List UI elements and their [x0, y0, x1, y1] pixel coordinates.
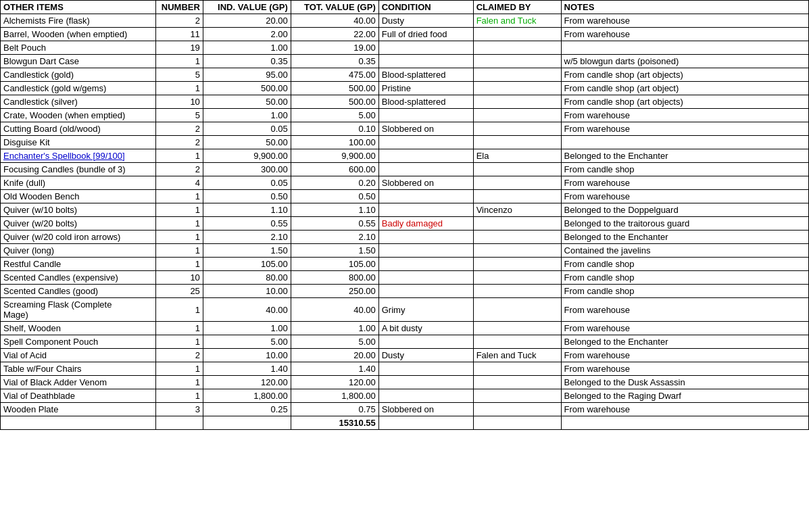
cell-item: Vial of Deathblade: [1, 389, 156, 403]
cell-claimed-by: [473, 335, 561, 349]
cell-number: 1: [155, 231, 203, 244]
cell-item: Crate, Wooden (when emptied): [1, 109, 156, 122]
cell-ind-value: 1.40: [203, 362, 291, 376]
table-row: Table w/Four Chairs11.401.40From warehou…: [1, 362, 809, 376]
table-row: Old Wooden Bench10.500.50From warehouse: [1, 190, 809, 203]
cell-notes: From warehouse: [561, 349, 808, 362]
cell-condition: Slobbered on: [378, 403, 473, 416]
cell-number: 1: [155, 82, 203, 95]
cell-ind-value: 1.50: [203, 244, 291, 258]
cell-ind-value: 20.00: [203, 14, 291, 28]
cell-notes: From warehouse: [561, 28, 808, 41]
cell-notes: From candle shop (art objects): [561, 95, 808, 109]
table-row: Vial of Black Adder Venom1120.00120.00Be…: [1, 376, 809, 389]
cell-item: Cutting Board (old/wood): [1, 122, 156, 136]
cell-item: Barrel, Wooden (when emptied): [1, 28, 156, 41]
table-row: Wooden Plate30.250.75Slobbered onFrom wa…: [1, 403, 809, 416]
cell-tot-value: 0.55: [291, 217, 378, 231]
cell-claimed-by: [473, 82, 561, 95]
grand-total: 15310.55: [291, 416, 378, 430]
table-row: Vial of Acid210.0020.00DustyFalen and Tu…: [1, 349, 809, 362]
table-row: Alchemists Fire (flask)220.0040.00DustyF…: [1, 14, 809, 28]
cell-notes: From warehouse: [561, 190, 808, 203]
header-claimed-by: CLAIMED BY: [473, 1, 561, 14]
cell-item: Old Wooden Bench: [1, 190, 156, 203]
cell-condition: [378, 389, 473, 403]
cell-claimed-by: [473, 122, 561, 136]
cell-notes: From candle shop: [561, 163, 808, 176]
cell-number: 1: [155, 376, 203, 389]
cell-item: Blowgun Dart Case: [1, 55, 156, 68]
table-row: Scented Candles (expensive)1080.00800.00…: [1, 271, 809, 285]
header-notes: NOTES: [561, 1, 808, 14]
table-row: Disguise Kit250.00100.00: [1, 136, 809, 149]
cell-claimed-by: [473, 176, 561, 190]
cell-claimed-by: Falen and Tuck: [473, 349, 561, 362]
cell-number: 2: [155, 122, 203, 136]
cell-claimed-by: [473, 298, 561, 322]
cell-claimed-by: Falen and Tuck: [473, 14, 561, 28]
cell-condition: [378, 271, 473, 285]
cell-condition: [378, 163, 473, 176]
cell-condition: [378, 109, 473, 122]
cell-condition: Dusty: [378, 349, 473, 362]
cell-tot-value: 600.00: [291, 163, 378, 176]
table-row: Candlestick (gold)595.00475.00Blood-spla…: [1, 68, 809, 82]
cell-item: Vial of Acid: [1, 349, 156, 362]
cell-notes: w/5 blowgun darts (poisoned): [561, 55, 808, 68]
cell-item: Screaming Flask (CompleteMage): [1, 298, 156, 322]
cell-item: Candlestick (gold): [1, 68, 156, 82]
cell-tot-value: 0.75: [291, 403, 378, 416]
cell-item: Focusing Candles (bundle of 3): [1, 163, 156, 176]
cell-claimed-by: [473, 403, 561, 416]
table-row: Spell Component Pouch15.005.00Belonged t…: [1, 335, 809, 349]
cell-ind-value: 9,900.00: [203, 149, 291, 163]
cell-notes: Belonged to the Enchanter: [561, 231, 808, 244]
cell-tot-value: 5.00: [291, 109, 378, 122]
cell-item: Quiver (w/20 cold iron arrows): [1, 231, 156, 244]
cell-condition: [378, 190, 473, 203]
cell-tot-value: 0.20: [291, 176, 378, 190]
cell-notes: Belonged to the Dusk Assassin: [561, 376, 808, 389]
cell-notes: Belonged to the traitorous guard: [561, 217, 808, 231]
cell-item: Spell Component Pouch: [1, 335, 156, 349]
table-row: Quiver (w/20 bolts)10.550.55Badly damage…: [1, 217, 809, 231]
table-row: Blowgun Dart Case10.350.35w/5 blowgun da…: [1, 55, 809, 68]
cell-claimed-by: [473, 217, 561, 231]
cell-number: 1: [155, 217, 203, 231]
cell-number: 25: [155, 285, 203, 298]
cell-condition: Grimy: [378, 298, 473, 322]
cell-condition: A bit dusty: [378, 322, 473, 335]
cell-notes: From warehouse: [561, 322, 808, 335]
cell-ind-value: 10.00: [203, 285, 291, 298]
cell-claimed-by: [473, 190, 561, 203]
header-item: OTHER ITEMS: [1, 1, 156, 14]
cell-condition: Dusty: [378, 14, 473, 28]
table-row: Vial of Deathblade11,800.001,800.00Belon…: [1, 389, 809, 403]
cell-item: Quiver (w/10 bolts): [1, 203, 156, 217]
header-tot-value: TOT. VALUE (GP): [291, 1, 378, 14]
cell-notes: From warehouse: [561, 298, 808, 322]
total-claimed-empty: [473, 416, 561, 430]
cell-claimed-by: Ela: [473, 149, 561, 163]
cell-condition: [378, 258, 473, 271]
cell-ind-value: 300.00: [203, 163, 291, 176]
cell-item: Scented Candles (good): [1, 285, 156, 298]
cell-tot-value: 1.10: [291, 203, 378, 217]
cell-tot-value: 120.00: [291, 376, 378, 389]
cell-tot-value: 22.00: [291, 28, 378, 41]
cell-item: Scented Candles (expensive): [1, 271, 156, 285]
cell-claimed-by: [473, 136, 561, 149]
cell-ind-value: 0.35: [203, 55, 291, 68]
cell-number: 1: [155, 322, 203, 335]
cell-ind-value: 120.00: [203, 376, 291, 389]
cell-tot-value: 500.00: [291, 82, 378, 95]
cell-ind-value: 1.00: [203, 109, 291, 122]
cell-condition: [378, 285, 473, 298]
cell-claimed-by: [473, 244, 561, 258]
total-notes-empty: [561, 416, 808, 430]
cell-notes: Belonged to the Enchanter: [561, 149, 808, 163]
total-ind-empty: [203, 416, 291, 430]
cell-tot-value: 40.00: [291, 298, 378, 322]
cell-number: 1: [155, 389, 203, 403]
